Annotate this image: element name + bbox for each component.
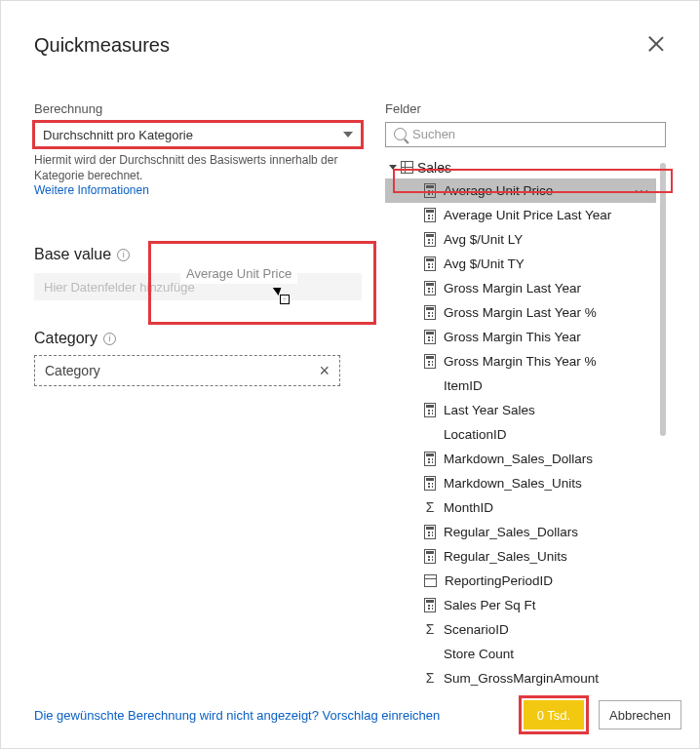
- field-item-label: LocationID: [444, 427, 507, 442]
- more-info-link[interactable]: Weitere Informationen: [34, 183, 362, 197]
- field-item[interactable]: ΣScenarioID: [385, 617, 656, 642]
- field-item-label: Sales Per Sq Ft: [444, 598, 536, 612]
- calculator-icon: [424, 305, 436, 320]
- calculation-description: Hiermit wird der Durchschnitt des Basisw…: [34, 153, 362, 183]
- calculation-dropdown[interactable]: Durchschnitt pro Kategorie: [34, 122, 362, 147]
- calculator-icon: [424, 330, 436, 344]
- calculator-icon: [424, 208, 436, 222]
- dialog-title: Quickmeasures: [34, 34, 170, 57]
- cancel-button[interactable]: Abbrechen: [599, 700, 681, 729]
- field-item-label: Gross Margin Last Year: [444, 281, 581, 296]
- calculator-icon: [424, 525, 436, 539]
- sigma-icon: Σ: [424, 499, 436, 515]
- field-item-label: Avg $/Unit TY: [444, 256, 525, 271]
- field-item[interactable]: ItemID: [385, 374, 656, 398]
- close-icon[interactable]: [646, 34, 666, 54]
- field-item-label: Gross Margin This Year: [444, 330, 581, 344]
- field-item[interactable]: Avg $/Unit TY: [385, 252, 656, 276]
- search-icon: [394, 128, 407, 140]
- field-item[interactable]: Average Unit Price Last Year: [385, 203, 656, 227]
- field-item-label: Markdown_Sales_Dollars: [444, 452, 593, 466]
- cursor-plus-icon: +: [280, 295, 290, 304]
- calculator-icon: [424, 403, 436, 417]
- field-item-label: Average Unit Price Last Year: [444, 208, 611, 222]
- field-item[interactable]: Average Unit Price···: [385, 178, 656, 203]
- quickmeasures-dialog: Quickmeasures Berechnung Durchschnitt pr…: [0, 0, 700, 749]
- calculator-icon: [424, 354, 436, 369]
- calculator-icon: [424, 598, 436, 612]
- field-item[interactable]: Regular_Sales_Dollars: [385, 520, 656, 544]
- calculator-icon: [424, 476, 436, 491]
- info-icon[interactable]: i: [117, 249, 130, 261]
- field-item[interactable]: ReportingPeriodID: [385, 569, 656, 593]
- field-item-label: Regular_Sales_Units: [444, 549, 567, 564]
- field-item[interactable]: ΣMonthID: [385, 495, 656, 520]
- more-icon[interactable]: ···: [635, 183, 650, 197]
- dialog-footer: Die gewünschte Berechnung wird nicht ang…: [34, 699, 681, 730]
- calendar-icon: [424, 574, 437, 587]
- field-item-label: Avg $/Unit LY: [444, 232, 523, 247]
- field-item-label: Markdown_Sales_Units: [444, 476, 582, 491]
- field-item-label: Regular_Sales_Dollars: [444, 525, 578, 539]
- info-icon[interactable]: i: [103, 333, 116, 345]
- calculator-icon: [424, 256, 436, 271]
- tree-root-label: Sales: [417, 160, 451, 176]
- field-item-label: ReportingPeriodID: [445, 573, 553, 588]
- field-item-label: ScenarioID: [444, 622, 509, 637]
- ok-button[interactable]: 0 Tsd.: [524, 700, 584, 729]
- field-item[interactable]: Gross Margin This Year %: [385, 349, 656, 374]
- field-item-label: Gross Margin This Year %: [444, 354, 597, 369]
- field-item[interactable]: Gross Margin Last Year %: [385, 300, 656, 325]
- field-item-label: Store Count: [444, 647, 514, 661]
- field-item[interactable]: ΣSum_GrossMarginAmount: [385, 666, 656, 690]
- chevron-down-icon: [389, 165, 397, 170]
- calculation-label: Berechnung: [34, 101, 362, 116]
- fields-panel: Felder SalesAverage Unit Price···Average…: [385, 101, 666, 698]
- calculator-icon: [424, 183, 436, 198]
- calculator-icon: [424, 281, 436, 296]
- scrollbar[interactable]: [656, 157, 666, 698]
- field-item[interactable]: Avg $/Unit LY: [385, 227, 656, 252]
- chevron-down-icon: [343, 132, 353, 138]
- field-item-label: Sum_GrossMarginAmount: [444, 671, 599, 686]
- fields-tree[interactable]: SalesAverage Unit Price···Average Unit P…: [385, 157, 656, 698]
- drag-ghost: Average Unit Price: [180, 263, 297, 284]
- field-item[interactable]: Sales Per Sq Ft: [385, 593, 656, 617]
- calculator-icon: [424, 549, 436, 564]
- base-value-dropzone[interactable]: Hier Datenfelder hinzufüge Average Unit …: [34, 273, 362, 300]
- ok-highlight: 0 Tsd.: [519, 695, 589, 734]
- field-item[interactable]: Gross Margin This Year: [385, 325, 656, 349]
- calculation-selected: Durchschnitt pro Kategorie: [43, 128, 193, 142]
- field-item-label: MonthID: [444, 500, 493, 515]
- calculator-icon: [424, 452, 436, 466]
- field-item-label: Average Unit Price: [444, 183, 553, 198]
- sigma-icon: Σ: [424, 670, 436, 686]
- field-item-label: Gross Margin Last Year %: [444, 305, 597, 320]
- field-item[interactable]: Last Year Sales: [385, 398, 656, 422]
- calculator-icon: [424, 232, 436, 247]
- suggest-link[interactable]: Die gewünschte Berechnung wird nicht ang…: [34, 708, 440, 723]
- drag-highlight: Average Unit Price +: [151, 244, 373, 322]
- field-item-label: ItemID: [444, 378, 483, 393]
- fields-label: Felder: [385, 101, 666, 116]
- scrollbar-thumb[interactable]: [660, 163, 666, 436]
- search-input[interactable]: [412, 127, 657, 141]
- field-item[interactable]: Markdown_Sales_Dollars: [385, 447, 656, 471]
- sigma-icon: Σ: [424, 621, 436, 637]
- tree-root[interactable]: Sales: [385, 157, 656, 178]
- field-item[interactable]: Regular_Sales_Units: [385, 544, 656, 569]
- category-value: Category: [45, 363, 100, 378]
- fields-search[interactable]: [385, 122, 666, 147]
- table-icon: [401, 161, 413, 174]
- field-item[interactable]: Store Count: [385, 642, 656, 666]
- field-item[interactable]: LocationID: [385, 422, 656, 447]
- clear-icon[interactable]: ×: [319, 361, 330, 381]
- left-panel: Berechnung Durchschnitt pro Kategorie Hi…: [34, 101, 362, 698]
- category-field[interactable]: Category ×: [34, 355, 340, 386]
- field-item[interactable]: Gross Margin Last Year: [385, 276, 656, 300]
- field-item-label: Last Year Sales: [444, 403, 535, 417]
- category-label: Category i: [34, 330, 362, 347]
- field-item[interactable]: Markdown_Sales_Units: [385, 471, 656, 495]
